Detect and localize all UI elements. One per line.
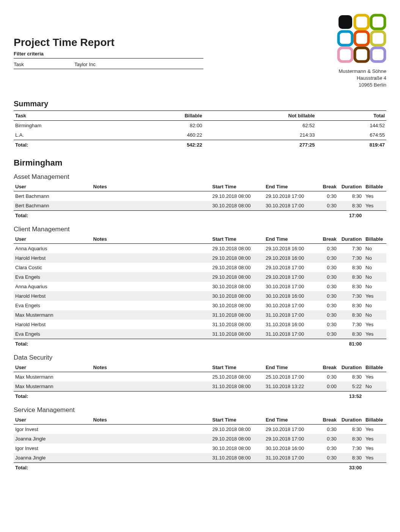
- summary-total-billable: 542:22: [125, 140, 203, 150]
- cell-notes: [92, 424, 211, 434]
- cell-duration: 8:30: [338, 424, 363, 434]
- cell-billable: No: [363, 382, 386, 392]
- cell-start: 31.10.2018 08:00: [211, 320, 264, 329]
- col-billable: Billable: [363, 235, 386, 244]
- cell-duration: 7:30: [338, 291, 363, 301]
- company-block: Mustermann & Söhne Hausstraße 4 10965 Be…: [337, 14, 386, 89]
- svg-rect-6: [339, 48, 352, 62]
- col-start: Start Time: [211, 235, 264, 244]
- cell-billable: Yes: [363, 191, 386, 201]
- cell-notes: [92, 372, 211, 382]
- cell-end: 30.10.2018 16:00: [264, 444, 318, 453]
- cell-user: Clara Costic: [14, 263, 92, 272]
- cell-break: 0:30: [318, 453, 338, 463]
- table-row: Eva Engels31.10.2018 08:0031.10.2018 17:…: [14, 329, 386, 339]
- cell-billable: Yes: [363, 372, 386, 382]
- detail-table: UserNotesStart TimeEnd TimeBreakDuration…: [14, 363, 386, 401]
- col-billable: Billable: [125, 111, 203, 120]
- cell-duration: 8:30: [338, 372, 363, 382]
- detail-total-label: Total:: [14, 339, 338, 349]
- table-row: Bert Bachmann29.10.2018 08:0029.10.2018 …: [14, 191, 386, 201]
- summary-total: 674:55: [317, 130, 386, 140]
- cell-notes: [92, 291, 211, 301]
- cell-start: 31.10.2018 08:00: [211, 329, 264, 339]
- cell-break: 0:30: [318, 444, 338, 453]
- summary-task: L.A.: [14, 130, 125, 140]
- svg-rect-1: [355, 15, 369, 29]
- col-billable: Billable: [363, 415, 386, 425]
- col-break: Break: [318, 182, 338, 191]
- table-row: Harold Herbst30.10.2018 08:0030.10.2018 …: [14, 291, 386, 301]
- cell-end: 29.10.2018 16:00: [264, 253, 318, 263]
- table-row: Max Mustermann31.10.2018 08:0031.10.2018…: [14, 382, 386, 392]
- cell-billable: No: [363, 253, 386, 263]
- project-heading: Birmingham: [14, 158, 386, 168]
- detail-total-value: 33:00: [338, 463, 363, 472]
- cell-start: 31.10.2018 08:00: [211, 310, 264, 320]
- cell-notes: [92, 329, 211, 339]
- cell-user: Harold Herbst: [14, 291, 92, 301]
- cell-duration: 7:30: [338, 253, 363, 263]
- cell-start: 30.10.2018 08:00: [211, 291, 264, 301]
- col-notes: Notes: [92, 363, 211, 372]
- cell-notes: [92, 434, 211, 444]
- cell-start: 30.10.2018 08:00: [211, 444, 264, 453]
- col-user: User: [14, 235, 92, 244]
- cell-end: 29.10.2018 17:00: [264, 191, 318, 201]
- detail-total-value: 13:52: [338, 391, 363, 401]
- col-start: Start Time: [211, 182, 264, 191]
- cell-notes: [92, 301, 211, 310]
- cell-duration: 8:30: [338, 272, 363, 282]
- table-row: Harold Herbst31.10.2018 08:0031.10.2018 …: [14, 320, 386, 329]
- svg-rect-7: [355, 48, 369, 62]
- summary-task: Birmingham: [14, 120, 125, 130]
- cell-user: Joanna Jingle: [14, 434, 92, 444]
- cell-end: 29.10.2018 16:00: [264, 243, 318, 253]
- cell-end: 31.10.2018 17:00: [264, 310, 318, 320]
- cell-notes: [92, 282, 211, 291]
- cell-end: 31.10.2018 17:00: [264, 329, 318, 339]
- cell-billable: Yes: [363, 453, 386, 463]
- table-row: Harold Herbst29.10.2018 08:0029.10.2018 …: [14, 253, 386, 263]
- table-row: Max Mustermann25.10.2018 08:0025.10.2018…: [14, 372, 386, 382]
- cell-user: Eva Engels: [14, 329, 92, 339]
- cell-duration: 8:30: [338, 191, 363, 201]
- cell-user: Bert Bachmann: [14, 201, 92, 211]
- cell-billable: No: [363, 243, 386, 253]
- table-row: Anna Aquarius29.10.2018 08:0029.10.2018 …: [14, 243, 386, 253]
- cell-start: 29.10.2018 08:00: [211, 263, 264, 272]
- col-notes: Notes: [92, 415, 211, 425]
- summary-notbillable: 214:33: [204, 130, 317, 140]
- cell-user: Eva Engels: [14, 272, 92, 282]
- cell-notes: [92, 444, 211, 453]
- cell-break: 0:30: [318, 201, 338, 211]
- col-user: User: [14, 182, 92, 191]
- cell-duration: 8:30: [338, 329, 363, 339]
- cell-start: 29.10.2018 08:00: [211, 243, 264, 253]
- cell-billable: Yes: [363, 444, 386, 453]
- cell-user: Harold Herbst: [14, 320, 92, 329]
- cell-end: 30.10.2018 17:00: [264, 301, 318, 310]
- company-name: Mustermann & Söhne: [337, 68, 386, 75]
- cell-start: 29.10.2018 08:00: [211, 191, 264, 201]
- cell-break: 0:30: [318, 424, 338, 434]
- col-user: User: [14, 363, 92, 372]
- task-heading: Service Management: [14, 406, 386, 414]
- cell-user: Harold Herbst: [14, 253, 92, 263]
- task-heading: Client Management: [14, 226, 386, 233]
- summary-table: Task Billable Not billable Total Birming…: [14, 111, 386, 150]
- cell-start: 30.10.2018 08:00: [211, 201, 264, 211]
- cell-start: 31.10.2018 08:00: [211, 382, 264, 392]
- cell-end: 29.10.2018 17:00: [264, 263, 318, 272]
- cell-duration: 8:30: [338, 201, 363, 211]
- cell-duration: 8:30: [338, 282, 363, 291]
- cell-billable: Yes: [363, 291, 386, 301]
- col-break: Break: [318, 235, 338, 244]
- col-billable: Billable: [363, 182, 386, 191]
- cell-end: 30.10.2018 17:00: [264, 282, 318, 291]
- table-row: Igor Invest29.10.2018 08:0029.10.2018 17…: [14, 424, 386, 434]
- col-notes: Notes: [92, 182, 211, 191]
- company-logo-icon: [337, 14, 386, 63]
- cell-user: Igor Invest: [14, 444, 92, 453]
- detail-table: UserNotesStart TimeEnd TimeBreakDuration…: [14, 235, 386, 349]
